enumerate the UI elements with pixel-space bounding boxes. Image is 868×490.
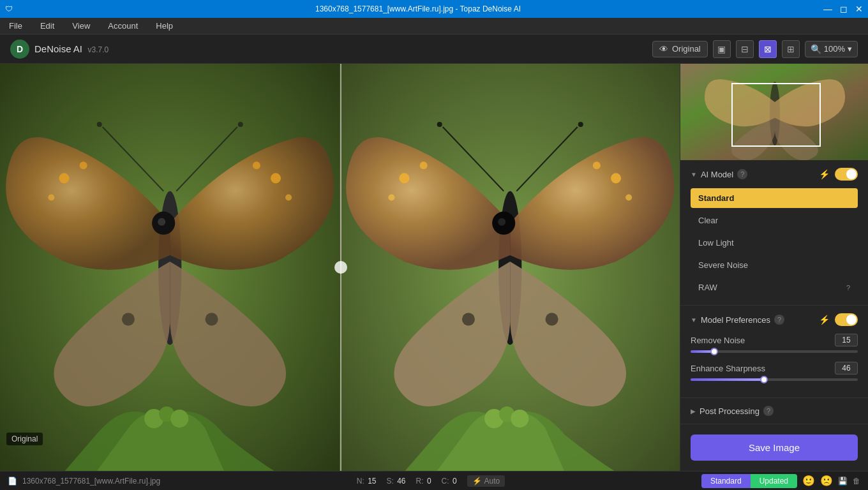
ai-model-toggle[interactable] xyxy=(835,168,858,181)
remove-noise-thumb[interactable] xyxy=(710,348,718,355)
zoom-chevron: ▾ xyxy=(848,44,852,54)
split-divider[interactable] xyxy=(340,64,341,471)
menubar: File Edit View Account Help xyxy=(0,18,868,34)
view-grid[interactable]: ⊞ xyxy=(782,40,800,58)
svg-point-2 xyxy=(59,173,69,183)
titlebar-title: 1360x768_1577681_[www.ArtFile.ru].jpg - … xyxy=(315,4,521,13)
filename-label: 1360x768_1577681_[www.ArtFile.ru].jpg xyxy=(22,477,160,486)
titlebar: 🛡 1360x768_1577681_[www.ArtFile.ru].jpg … xyxy=(0,0,868,18)
post-processing-section[interactable]: ▶ Post Processing ? xyxy=(680,398,868,424)
delete-icon[interactable]: 🗑 xyxy=(853,477,860,486)
model-clear[interactable]: Clear xyxy=(691,211,858,230)
chevron-right-icon: ▶ xyxy=(691,408,696,415)
r-label: R: 0 xyxy=(416,477,431,486)
svg-point-13 xyxy=(238,122,243,127)
statusbar-right: Standard Updated 🙂 🙁 💾 🗑 xyxy=(701,474,860,488)
lightning-icon[interactable]: ⚡ xyxy=(819,169,830,179)
n-label: N: 15 xyxy=(357,477,377,486)
ai-model-section: ▼ AI Model ? ⚡ Standard Clear xyxy=(680,160,868,306)
svg-point-15 xyxy=(158,218,165,226)
right-panel: ▼ AI Model ? ⚡ Standard Clear xyxy=(680,64,868,471)
svg-point-6 xyxy=(253,161,260,169)
compare-buttons: Standard Updated xyxy=(701,474,797,488)
menu-edit[interactable]: Edit xyxy=(36,20,58,32)
app-name: DeNoise AI v3.7.0 xyxy=(34,43,108,55)
svg-point-26 xyxy=(625,194,632,200)
smiley-sad-icon[interactable]: 🙁 xyxy=(820,475,833,487)
svg-point-11 xyxy=(97,122,102,127)
image-area[interactable]: Original xyxy=(0,64,680,471)
remove-noise-value[interactable]: 15 xyxy=(835,334,858,346)
menu-help[interactable]: Help xyxy=(152,20,177,32)
ai-model-header[interactable]: ▼ AI Model ? ⚡ xyxy=(691,168,858,181)
compare-standard-btn[interactable]: Standard xyxy=(701,474,751,488)
view-single[interactable]: ▣ xyxy=(713,40,731,58)
remove-noise-track[interactable] xyxy=(691,350,858,353)
divider-handle[interactable] xyxy=(334,261,347,274)
s-label: S: 46 xyxy=(386,477,405,486)
statusbar: 📄 1360x768_1577681_[www.ArtFile.ru].jpg … xyxy=(0,471,868,490)
compare-updated-btn[interactable]: Updated xyxy=(751,474,797,488)
model-low-light[interactable]: Low Light xyxy=(691,233,858,253)
view-split-h[interactable]: ⊟ xyxy=(736,40,754,58)
menu-account[interactable]: Account xyxy=(104,20,142,32)
svg-point-3 xyxy=(80,161,87,169)
chevron-down-icon-prefs: ▼ xyxy=(691,316,697,323)
svg-point-25 xyxy=(592,161,600,169)
svg-point-28 xyxy=(545,313,558,325)
remove-noise-label-row: Remove Noise 15 xyxy=(691,334,858,346)
model-prefs-help[interactable]: ? xyxy=(774,315,784,325)
menu-file[interactable]: File xyxy=(5,20,26,32)
enhance-sharpness-track[interactable] xyxy=(691,378,858,381)
file-icon: 📄 xyxy=(8,477,17,486)
c-label: C: 0 xyxy=(442,477,457,486)
remove-noise-slider-row: Remove Noise 15 xyxy=(691,334,858,353)
statusbar-center: N: 15 S: 46 R: 0 C: 0 ⚡ Auto xyxy=(357,475,505,487)
statusbar-left: 📄 1360x768_1577681_[www.ArtFile.ru].jpg xyxy=(8,477,160,486)
enhance-sharpness-value[interactable]: 46 xyxy=(835,362,858,375)
view-split-v[interactable]: ⊠ xyxy=(759,40,777,58)
original-toggle[interactable]: 👁 Original xyxy=(652,41,708,57)
toolbar-center: 👁 Original ▣ ⊟ ⊠ ⊞ 🔍 100% ▾ xyxy=(652,40,858,58)
svg-point-8 xyxy=(122,313,135,325)
save-small-icon[interactable]: 💾 xyxy=(838,477,848,486)
enhance-sharpness-label-row: Enhance Sharpness 46 xyxy=(691,362,858,375)
menu-view[interactable]: View xyxy=(68,20,94,32)
main-content: Original xyxy=(0,64,868,471)
ai-model-help[interactable]: ? xyxy=(737,169,747,179)
eye-icon: 👁 xyxy=(659,44,668,54)
svg-point-24 xyxy=(610,173,620,183)
zoom-selector[interactable]: 🔍 100% ▾ xyxy=(805,41,858,57)
model-standard[interactable]: Standard xyxy=(691,188,858,208)
original-image xyxy=(0,64,340,471)
close-button[interactable]: ✕ xyxy=(855,4,863,14)
model-raw[interactable]: RAW ? xyxy=(691,278,858,297)
raw-question-icon[interactable]: ? xyxy=(846,284,850,292)
smiley-happy-icon[interactable]: 🙂 xyxy=(802,475,815,487)
post-proc-help[interactable]: ? xyxy=(763,406,774,416)
enhance-sharpness-fill xyxy=(691,378,764,381)
svg-point-22 xyxy=(419,161,427,169)
save-image-button[interactable]: Save Image xyxy=(691,434,858,461)
svg-point-32 xyxy=(578,122,583,127)
chevron-down-icon: ▼ xyxy=(691,171,697,178)
app-header: D DeNoise AI v3.7.0 👁 Original ▣ ⊟ ⊠ ⊞ 🔍… xyxy=(0,34,868,64)
lightning-icon-prefs[interactable]: ⚡ xyxy=(819,315,830,325)
auto-button[interactable]: ⚡ Auto xyxy=(467,475,505,487)
enhance-sharpness-label: Enhance Sharpness xyxy=(691,364,765,373)
titlebar-icon: 🛡 xyxy=(5,4,13,13)
model-prefs-toggle[interactable] xyxy=(835,313,858,326)
thumbnail-area xyxy=(680,64,868,160)
model-preferences-section: ▼ Model Preferences ? ⚡ Remove Noise 15 xyxy=(680,306,868,398)
model-severe-noise[interactable]: Severe Noise xyxy=(691,255,858,275)
model-prefs-header[interactable]: ▼ Model Preferences ? ⚡ xyxy=(691,313,858,326)
remove-noise-label: Remove Noise xyxy=(691,336,745,345)
svg-point-7 xyxy=(285,194,292,200)
lightning-auto-icon: ⚡ xyxy=(472,477,482,486)
post-processing-title: ▶ Post Processing ? xyxy=(691,406,774,416)
enhance-sharpness-thumb[interactable] xyxy=(760,376,768,383)
model-prefs-controls: ⚡ xyxy=(819,313,858,326)
svg-point-34 xyxy=(498,218,505,226)
minimize-button[interactable]: — xyxy=(823,4,832,14)
maximize-button[interactable]: ◻ xyxy=(840,4,848,14)
